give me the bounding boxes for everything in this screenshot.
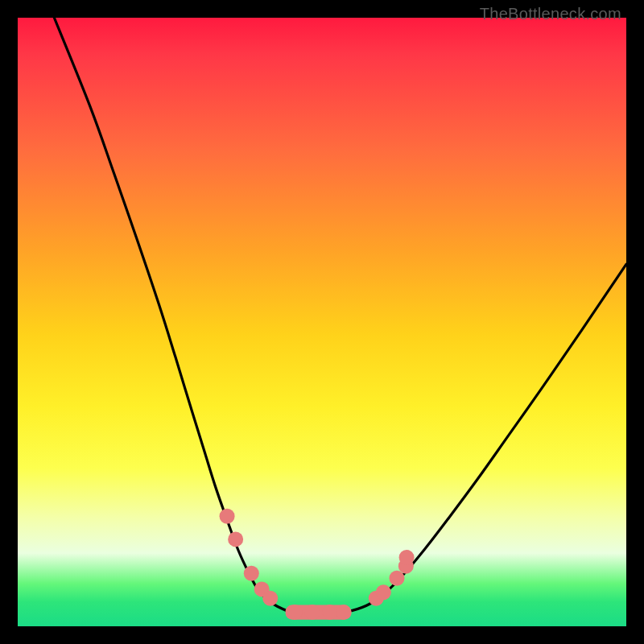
chart-svg (18, 18, 626, 626)
marker-dot (244, 566, 259, 581)
marker-dot (322, 605, 337, 620)
marker-dot (399, 550, 415, 565)
marker-dot (336, 605, 352, 620)
chart-frame: TheBottleneck.com (0, 0, 644, 644)
marker-dot (376, 584, 391, 600)
chart-plot-area (18, 18, 626, 626)
marker-dot (220, 509, 235, 524)
right-curve (322, 264, 626, 613)
marker-dot (262, 591, 278, 606)
marker-dot (228, 531, 243, 547)
marker-dot (389, 571, 404, 586)
marker-dot (287, 605, 302, 620)
marker-group (220, 509, 415, 620)
marker-dot (304, 605, 320, 620)
watermark-text: TheBottleneck.com (480, 5, 621, 23)
left-curve (54, 18, 322, 613)
